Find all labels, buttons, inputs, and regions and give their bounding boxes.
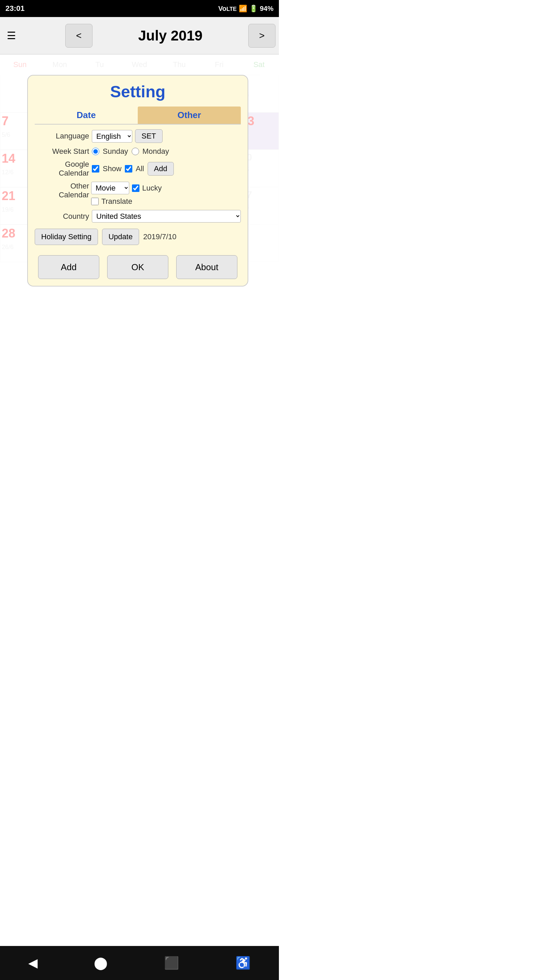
header-fri: Fri [199,60,239,69]
gcal-show-checkbox[interactable] [92,165,99,172]
language-row: Language English Thai Chinese SET [35,129,241,143]
gcal-show-label: Show [103,164,121,173]
tab-date[interactable]: Date [35,107,138,124]
week-start-row: Week Start Sunday Monday [35,147,241,156]
action-row: Holiday Setting Update 2019/7/10 [35,229,241,245]
update-date: 2019/7/10 [143,232,176,241]
other-calendar-row: OtherCalendar Movie Holiday Lucky Lucky … [35,182,241,206]
language-select[interactable]: English Thai Chinese [92,130,132,143]
battery-icon: 🔋 [249,5,258,13]
week-start-options: Sunday Monday [92,147,169,156]
gcal-all-checkbox[interactable] [125,165,132,172]
sunday-radio[interactable] [92,148,99,155]
month-title: July 2019 [138,27,202,44]
signal-icon: 📶 [239,5,247,13]
tab-other[interactable]: Other [138,107,241,124]
google-calendar-row: GoogleCalendar Show All Add [35,160,241,178]
monday-radio[interactable] [132,148,139,155]
header-thu: Thu [159,60,199,69]
lucky-label: Lucky [142,184,162,192]
holiday-setting-button[interactable]: Holiday Setting [35,229,98,245]
update-button[interactable]: Update [102,229,139,245]
lucky-checkbox[interactable] [132,185,140,192]
translate-checkbox[interactable] [91,198,98,205]
battery-pct: 94% [260,5,273,13]
other-calendar-select[interactable]: Movie Holiday Lucky [91,182,129,194]
header-sun: Sun [0,60,40,69]
header-sat: Sat [239,60,279,69]
status-bar: 23:01 VoLTE 📶 🔋 94% [0,0,279,17]
gcal-all-label: All [136,164,144,173]
gcal-add-button[interactable]: Add [148,162,174,176]
modal-title: Setting [35,82,241,101]
sunday-label: Sunday [103,147,128,156]
country-label: Country [35,212,89,221]
add-button[interactable]: Add [38,255,99,279]
country-select[interactable]: United States Thailand China Japan [92,210,241,223]
language-label: Language [35,132,89,140]
calendar-header: Sun Mon Tu Wed Thu Fri Sat [0,54,279,75]
header-tue: Tu [79,60,119,69]
volte-icon: VoLTE [218,5,237,13]
calendar-background: Sun Mon Tu Wed Thu Fri Sat 1 2 3 4 5 64/… [0,54,279,262]
hamburger-button[interactable]: ☰ [3,26,19,45]
nav-bar: ☰ < July 2019 > [0,17,279,54]
translate-label: Translate [102,197,132,206]
settings-modal: Setting Date Other Language English Thai… [27,75,248,286]
next-month-button[interactable]: > [248,24,275,48]
google-calendar-label: GoogleCalendar [35,160,89,178]
country-row: Country United States Thailand China Jap… [35,210,241,223]
status-icons: VoLTE 📶 🔋 94% [218,5,273,13]
status-time: 23:01 [5,4,24,13]
week-start-label: Week Start [35,147,89,156]
about-button[interactable]: About [176,255,237,279]
other-calendar-label: OtherCalendar [35,182,89,199]
header-mon: Mon [40,60,79,69]
monday-label: Monday [143,147,169,156]
google-calendar-controls: Show All Add [92,162,174,176]
ok-button[interactable]: OK [107,255,168,279]
header-wed: Wed [119,60,159,69]
prev-month-button[interactable]: < [65,24,92,48]
tab-row: Date Other [35,107,241,124]
modal-bottom-buttons: Add OK About [35,255,241,279]
language-set-button[interactable]: SET [135,129,163,143]
